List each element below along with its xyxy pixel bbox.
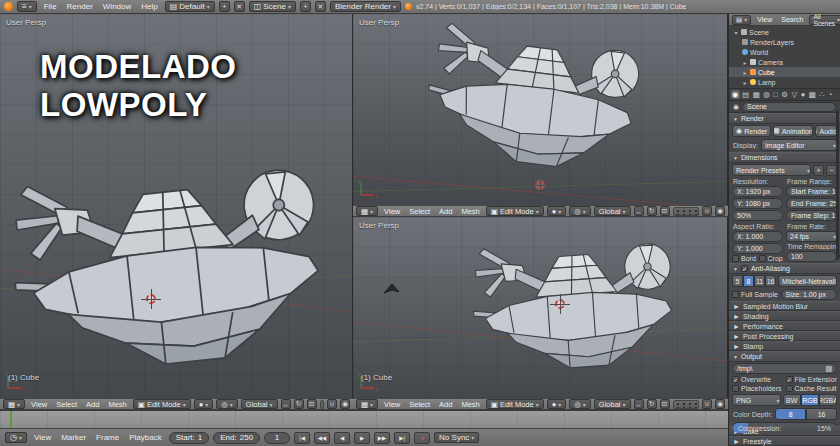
manipulator-rotate-button[interactable]: ↻	[647, 399, 657, 409]
manipulator-translate-button[interactable]: ↔	[281, 399, 291, 409]
manipulator-scale-button[interactable]: ⊡	[660, 399, 670, 409]
aa-samples-11[interactable]: 11	[754, 275, 765, 287]
snap-magnet-button[interactable]: ∪	[327, 399, 337, 409]
border-checkbox[interactable]: Bord	[732, 255, 757, 262]
resolution-scale-slider[interactable]: 50%	[732, 210, 783, 221]
viewport-menu-add[interactable]: Add	[436, 207, 455, 216]
pivot-dropdown[interactable]: ◎ ▾	[216, 399, 238, 409]
resolution-x-field[interactable]: X: 1920 px	[732, 186, 783, 197]
section-output[interactable]: ▼ Output	[729, 351, 840, 362]
color-depth-8[interactable]: 8	[775, 408, 806, 420]
cache-result-checkbox[interactable]: Cache Result	[786, 385, 838, 392]
context-id-field[interactable]: Scene	[742, 102, 836, 112]
sync-dropdown[interactable]: No Sync ▾	[434, 432, 479, 443]
tab-object[interactable]: □	[772, 90, 779, 99]
delete-scene-button[interactable]: ✕	[315, 1, 326, 12]
tab-texture[interactable]: ▩	[808, 90, 817, 99]
current-frame-marker[interactable]	[10, 411, 12, 428]
frame-step-field[interactable]: Frame Step: 1	[786, 210, 837, 221]
timeline-menu-view[interactable]: View	[31, 433, 54, 442]
outliner-menu-view[interactable]: View	[754, 16, 775, 23]
tab-material[interactable]: ●	[800, 90, 807, 99]
aa-filter-dropdown[interactable]: Mitchell-Netravali	[778, 275, 837, 287]
aa-samples-16[interactable]: 16	[765, 275, 776, 287]
orientation-dropdown[interactable]: Global ▾	[594, 399, 631, 409]
viewport-shading-dropdown[interactable]: ● ▾	[194, 399, 214, 409]
manipulator-scale-button[interactable]: ⊡	[307, 399, 317, 409]
color-mode-rgba[interactable]: RGBA	[819, 394, 837, 406]
jump-to-start-button[interactable]: |◀	[294, 432, 310, 444]
menu-window[interactable]: Window	[100, 2, 134, 11]
props-scrollbar[interactable]	[836, 110, 839, 260]
aa-checkbox[interactable]: ✓	[741, 265, 748, 272]
tab-render[interactable]: ◉	[731, 90, 740, 99]
manipulator-rotate-button[interactable]: ↻	[294, 399, 304, 409]
timeline-menu-marker[interactable]: Marker	[58, 433, 89, 442]
tab-modifiers[interactable]: ⚙	[780, 90, 789, 99]
next-keyframe-button[interactable]: ▶▶	[374, 432, 390, 444]
viewport-shading-dropdown[interactable]: ● ▾	[547, 206, 567, 216]
tab-world[interactable]: ◍	[762, 90, 771, 99]
empty-object[interactable]	[383, 283, 401, 297]
opengl-render-button[interactable]: ◉	[715, 206, 725, 216]
section-freestyle[interactable]: ► Freestyle	[729, 436, 840, 446]
outliner-item-renderlayers[interactable]: RenderLayers	[729, 37, 840, 47]
render-button[interactable]: ◉ Render	[732, 125, 771, 137]
viewport-menu-select[interactable]: Select	[406, 400, 433, 409]
editor-type-dropdown[interactable]: ≡ ▾	[17, 1, 37, 12]
render-presets-dropdown[interactable]: Render Presets ▾	[732, 164, 811, 176]
screen-layout-dropdown[interactable]: ▤ Default ▾	[165, 1, 215, 12]
manipulator-translate-button[interactable]: ↔	[634, 206, 644, 216]
timeline-menu-playback[interactable]: Playback	[126, 433, 164, 442]
tab-particles[interactable]: ∴	[818, 90, 825, 99]
viewport-menu-view[interactable]: View	[28, 400, 50, 409]
add-preset-button[interactable]: +	[813, 165, 824, 176]
record-button[interactable]: ●	[414, 432, 430, 444]
layers-widget[interactable]	[673, 207, 700, 216]
mode-dropdown[interactable]: ▣ Edit Mode ▾	[133, 399, 191, 409]
menu-render[interactable]: Render	[64, 2, 96, 11]
crop-checkbox[interactable]: Crop	[759, 255, 784, 262]
menu-help[interactable]: Help	[138, 2, 160, 11]
fps-dropdown[interactable]: 24 fps ▾	[786, 231, 837, 242]
color-mode-bw[interactable]: BW	[783, 394, 801, 406]
render-engine-dropdown[interactable]: Blender Render ▾	[330, 1, 401, 12]
outliner-item-cube[interactable]: ▸ Cube	[729, 67, 840, 77]
jump-to-end-button[interactable]: ▶|	[394, 432, 410, 444]
mode-dropdown[interactable]: ▣ Edit Mode ▾	[486, 399, 544, 409]
lowpoly-ship-model[interactable]	[414, 14, 659, 195]
orientation-dropdown[interactable]: Global ▾	[594, 206, 631, 216]
play-button[interactable]: ▶	[354, 432, 370, 444]
add-scene-button[interactable]: +	[300, 1, 311, 12]
viewport-menu-select[interactable]: Select	[406, 207, 433, 216]
lowpoly-ship-model[interactable]	[460, 217, 695, 393]
animation-button[interactable]: ▦ Animation	[773, 125, 812, 137]
outliner-scope-dropdown[interactable]: All Scenes ▾	[809, 15, 840, 25]
remap-old-field[interactable]: 100	[786, 251, 837, 262]
viewport-menu-add[interactable]: Add	[83, 400, 102, 409]
section-post-processing[interactable]: ► Post Processing	[729, 331, 840, 341]
prev-keyframe-button[interactable]: ◀◀	[314, 432, 330, 444]
placeholders-checkbox[interactable]: Placeholders	[732, 385, 784, 392]
tab-object-data[interactable]: ▽	[791, 90, 799, 99]
overwrite-checkbox[interactable]: ✓ Overwrite	[732, 376, 784, 383]
tab-render-layers[interactable]: ▤	[741, 90, 750, 99]
audio-button[interactable]: ♪ Audio	[815, 125, 837, 137]
manipulator-rotate-button[interactable]: ↻	[647, 206, 657, 216]
lowpoly-ship-model[interactable]	[0, 125, 350, 398]
tab-physics[interactable]: ◔	[827, 90, 834, 99]
start-frame-field[interactable]: Start Frame: 1	[786, 186, 837, 197]
editor-type-dropdown[interactable]: ▦ ▾	[356, 206, 378, 216]
mode-dropdown[interactable]: ▣ Edit Mode ▾	[486, 206, 544, 216]
viewport-menu-view[interactable]: View	[381, 207, 403, 216]
editor-type-dropdown[interactable]: ▦ ▾	[356, 399, 378, 409]
viewport-3d-main[interactable]: User Persp MODELADO LOWPOLY (1) Cube	[0, 14, 353, 398]
folder-icon[interactable]: ▨	[825, 365, 832, 373]
outliner-editor-dropdown[interactable]: ▤ ▾	[732, 15, 751, 25]
viewport-menu-select[interactable]: Select	[53, 400, 80, 409]
section-render[interactable]: ▼ Render	[729, 113, 840, 124]
snap-magnet-button[interactable]: ∪	[702, 399, 712, 409]
orientation-dropdown[interactable]: Global ▾	[241, 399, 278, 409]
pivot-dropdown[interactable]: ◎ ▾	[569, 206, 591, 216]
resolution-y-field[interactable]: Y: 1080 px	[732, 198, 783, 209]
